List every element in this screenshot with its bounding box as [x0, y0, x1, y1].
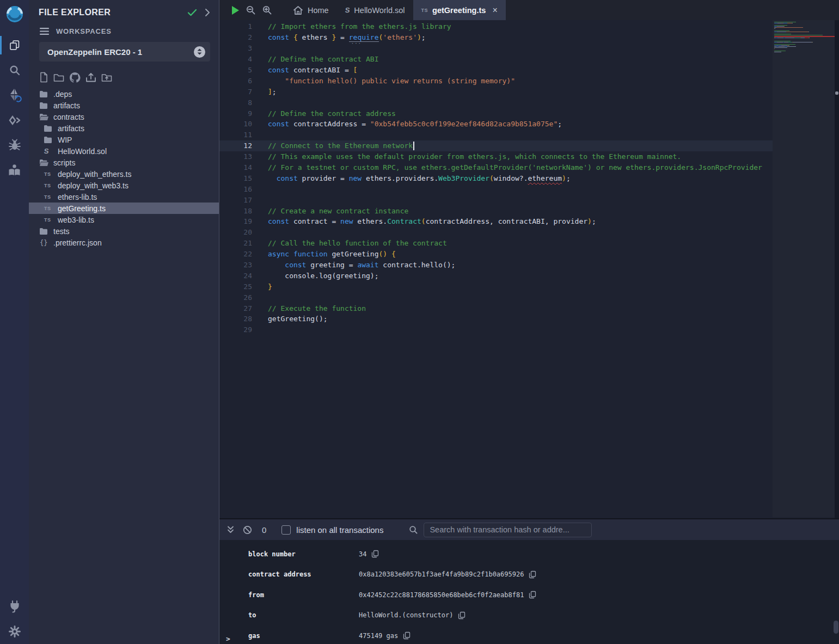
clear-console-icon[interactable] — [243, 525, 252, 535]
run-script-button[interactable] — [228, 0, 242, 20]
terminal-body: block number34contract address0x8a120383… — [219, 540, 839, 644]
tree-item-helloworld-sol[interactable]: SHelloWorld.sol — [29, 145, 219, 157]
line-number: 20 — [219, 228, 252, 236]
copy-icon[interactable] — [403, 631, 411, 640]
workspaces-label: WORKSPACES — [56, 27, 112, 35]
copy-icon[interactable] — [458, 611, 466, 620]
tab-home[interactable]: Home — [285, 0, 337, 20]
code-line[interactable]: 29 — [219, 324, 839, 335]
code-line[interactable]: 15 const provider = new ethers.providers… — [219, 173, 839, 183]
learn-icon[interactable] — [0, 158, 29, 183]
tree-item-wip[interactable]: WIP — [29, 134, 219, 145]
code-line[interactable]: 21// Call the hello function of the cont… — [219, 238, 839, 249]
play-icon — [232, 6, 239, 15]
code-editor[interactable]: 1// Import ethers from the ethers.js lib… — [219, 20, 839, 518]
tree-item-getgreeting-ts[interactable]: TSgetGreeting.ts — [29, 203, 219, 214]
code-line[interactable]: 24 console.log(greeting); — [219, 270, 839, 281]
code-line[interactable]: 26 — [219, 292, 839, 303]
terminal-scrollbar-thumb[interactable] — [834, 621, 838, 634]
workspace-select[interactable]: OpenZeppelin ERC20 - 1 — [39, 42, 210, 62]
copy-icon[interactable] — [529, 591, 536, 599]
file-explorer-icon[interactable] — [0, 33, 29, 58]
code-line[interactable]: 14// For a testnet or custom RPC, use et… — [219, 162, 839, 173]
code-line[interactable]: 2const { ethers } = require('ethers'); — [219, 32, 839, 43]
publish-gist-icon[interactable] — [69, 72, 81, 83]
listen-all-transactions-checkbox[interactable] — [281, 525, 291, 535]
tree-item--prettierrc-json[interactable]: {}.prettierrc.json — [29, 237, 219, 248]
folder-icon — [40, 114, 51, 120]
code-line[interactable]: 25} — [219, 281, 839, 292]
chevron-right-icon[interactable] — [205, 8, 210, 17]
remix-logo-icon[interactable] — [0, 0, 29, 28]
file-type-icon: TS — [44, 183, 55, 188]
code-line[interactable]: 17 — [219, 194, 839, 205]
terminal-search-input[interactable] — [424, 523, 592, 537]
code-line[interactable]: 20 — [219, 227, 839, 238]
workspace-select-arrows-icon[interactable] — [194, 46, 205, 58]
check-icon[interactable] — [187, 9, 197, 16]
line-number: 27 — [219, 304, 252, 312]
code-line[interactable]: 12// Connect to the Ethereum network — [219, 140, 839, 151]
tree-item-scripts[interactable]: scripts — [29, 157, 219, 168]
copy-icon[interactable] — [529, 571, 536, 579]
editor-scrollbar[interactable] — [835, 20, 839, 518]
new-folder-icon[interactable] — [53, 73, 64, 82]
code-line[interactable]: 13// This example uses the default provi… — [219, 151, 839, 162]
close-tab-icon[interactable]: × — [492, 5, 497, 15]
tab-helloworld-sol[interactable]: SHelloWorld.sol — [337, 0, 413, 20]
copy-icon[interactable] — [371, 550, 379, 558]
upload-file-icon[interactable] — [85, 72, 96, 83]
tree-item-deploy-with-web3-ts[interactable]: TSdeploy_with_web3.ts — [29, 180, 219, 191]
text-cursor — [413, 142, 414, 150]
code-line[interactable]: 16 — [219, 183, 839, 194]
code-line[interactable]: 10const contractAddress = "0xb54febb5c0c… — [219, 119, 839, 130]
code-line[interactable]: 9// Define the contract address — [219, 108, 839, 119]
code-line[interactable]: 7]; — [219, 86, 839, 97]
code-line[interactable]: 11 — [219, 130, 839, 140]
settings-icon[interactable] — [0, 619, 29, 644]
code-line[interactable]: 6 "function hello() public view returns … — [219, 75, 839, 86]
solidity-compiler-icon[interactable] — [0, 83, 29, 108]
code-line[interactable]: 3 — [219, 43, 839, 54]
debugger-icon[interactable] — [0, 133, 29, 158]
tab-getgreeting-ts[interactable]: TSgetGreeting.ts× — [413, 0, 506, 20]
code-line[interactable]: 19const contract = new ethers.Contract(c… — [219, 216, 839, 227]
tree-item-tests[interactable]: tests — [29, 225, 219, 237]
tree-item-artifacts[interactable]: artifacts — [29, 100, 219, 111]
tree-item-artifacts[interactable]: artifacts — [29, 122, 219, 134]
code-line[interactable]: 28getGreeting(); — [219, 314, 839, 324]
minimap[interactable] — [773, 20, 835, 517]
line-number: 25 — [219, 283, 252, 291]
line-number: 4 — [219, 55, 252, 63]
tree-item-label: web3-lib.ts — [58, 216, 94, 224]
zoom-in-button[interactable] — [259, 0, 275, 20]
editor-scrollbar-thumb[interactable] — [835, 91, 838, 95]
upload-folder-icon[interactable] — [101, 73, 112, 82]
code-line[interactable]: 5const contractABI = [ — [219, 65, 839, 76]
code-line[interactable]: 4// Define the contract ABI — [219, 54, 839, 65]
code-line[interactable]: 18// Create a new contract instance — [219, 205, 839, 216]
deploy-run-icon[interactable] — [0, 108, 29, 133]
code-line[interactable]: 1// Import ethers from the ethers.js lib… — [219, 21, 839, 32]
workspaces-menu-icon[interactable] — [40, 28, 49, 35]
code-line[interactable]: 23 const greeting = await contract.hello… — [219, 260, 839, 271]
code-line[interactable]: 27// Execute the function — [219, 303, 839, 314]
code-line-text: ]; — [268, 88, 277, 96]
search-icon[interactable] — [0, 58, 29, 83]
plugin-manager-icon[interactable] — [0, 594, 29, 619]
terminal-row: block number34 — [219, 544, 839, 565]
zoom-out-button[interactable] — [242, 0, 259, 20]
sol-icon: S — [345, 6, 350, 14]
tree-item-ethers-lib-ts[interactable]: TSethers-lib.ts — [29, 191, 219, 203]
new-file-icon[interactable] — [39, 72, 48, 83]
tree-item-web3-lib-ts[interactable]: TSweb3-lib.ts — [29, 214, 219, 225]
code-line[interactable]: 8 — [219, 97, 839, 108]
collapse-terminal-icon[interactable] — [226, 525, 235, 534]
code-line[interactable]: 22async function getGreeting() { — [219, 249, 839, 260]
code-line-text: console.log(greeting); — [268, 272, 379, 280]
debugger-icon — [8, 139, 21, 152]
tree-item-contracts[interactable]: contracts — [29, 111, 219, 122]
tree-item-deploy-with-ethers-ts[interactable]: TSdeploy_with_ethers.ts — [29, 168, 219, 180]
terminal-prompt[interactable]: > — [226, 635, 230, 643]
tree-item--deps[interactable]: .deps — [29, 88, 219, 100]
